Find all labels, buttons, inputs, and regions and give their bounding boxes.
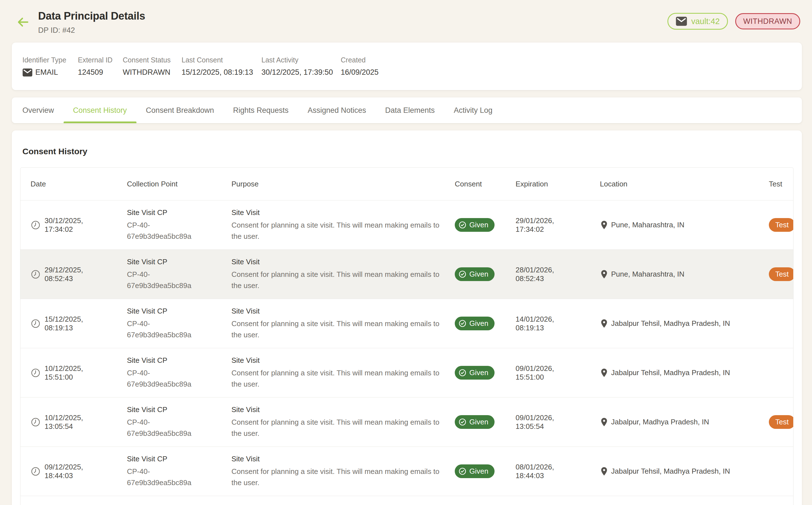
page-header: Data Principal Details DP ID: #42 vault:… bbox=[0, 0, 812, 35]
tab-assigned-notices[interactable]: Assigned Notices bbox=[298, 98, 376, 123]
table-header-row: Date Collection Point Purpose Consent Ex… bbox=[20, 168, 793, 200]
collection-point-name: Site Visit CP bbox=[127, 208, 231, 217]
page-title: Data Principal Details bbox=[38, 10, 145, 22]
tab-overview[interactable]: Overview bbox=[13, 98, 64, 123]
field-label: Last Activity bbox=[261, 56, 341, 64]
consent-badge-label: Given bbox=[469, 270, 488, 279]
purpose-name: Site Visit bbox=[231, 503, 444, 505]
clock-icon bbox=[30, 466, 41, 477]
clock-icon bbox=[30, 220, 41, 230]
location-text: Jabalpur Tehsil, Madhya Pradesh, IN bbox=[611, 368, 730, 377]
location-pin-icon bbox=[600, 220, 608, 230]
section-heading: Consent History bbox=[22, 147, 794, 156]
purpose-description: Consent for planning a site visit. This … bbox=[231, 367, 444, 390]
tab-consent-history[interactable]: Consent History bbox=[64, 98, 136, 123]
vault-badge[interactable]: vault:42 bbox=[668, 13, 728, 30]
date-cell: 30/12/2025, 17:34:02 bbox=[30, 216, 127, 234]
consent-cell: Given bbox=[455, 218, 515, 232]
location-pin-icon bbox=[600, 467, 608, 476]
location-text: Jabalpur Tehsil, Madhya Pradesh, IN bbox=[611, 319, 730, 328]
tab-consent-breakdown[interactable]: Consent Breakdown bbox=[136, 98, 224, 123]
table-row[interactable]: 15/12/2025, 08:19:13 Site Visit CP CP-40… bbox=[20, 299, 793, 348]
consent-badge-label: Given bbox=[469, 319, 488, 328]
clock-icon bbox=[30, 368, 41, 378]
location-cell: Jabalpur, Madhya Pradesh, IN bbox=[600, 417, 769, 427]
check-circle-icon bbox=[458, 418, 467, 426]
date-cell: 29/12/2025, 08:52:43 bbox=[30, 266, 127, 283]
consent-badge: Given bbox=[455, 415, 494, 429]
col-header-collection-point: Collection Point bbox=[127, 180, 231, 188]
field-value: 15/12/2025, 08:19:13 bbox=[182, 68, 261, 77]
tab-activity-log[interactable]: Activity Log bbox=[444, 98, 502, 123]
test-badge: Test bbox=[769, 415, 794, 429]
summary-field-last-activity: Last Activity 30/12/2025, 17:39:50 bbox=[261, 56, 341, 77]
table-row[interactable]: 09/12/2025, 18:44:03 Site Visit CP CP-40… bbox=[20, 447, 793, 496]
purpose-cell: Site Visit Consent for planning a site v… bbox=[231, 200, 455, 242]
date-cell: 10/12/2025, 13:05:54 bbox=[30, 413, 127, 431]
table-row[interactable]: 10/12/2025, 15:51:00 Site Visit CP CP-40… bbox=[20, 348, 793, 397]
collection-point-cell: Site Visit CP CP-40-67e9b3d9ea5bc89a bbox=[127, 447, 231, 488]
expiration-cell: 09/01/2026, 13:05:54 bbox=[515, 413, 600, 431]
back-arrow-button[interactable] bbox=[16, 15, 30, 30]
test-badge: Test bbox=[769, 218, 794, 232]
purpose-name: Site Visit bbox=[231, 306, 444, 316]
date-line-2: 13:05:54 bbox=[44, 422, 83, 431]
purpose-name: Site Visit bbox=[231, 355, 444, 365]
consent-badge-label: Given bbox=[469, 467, 488, 476]
summary-field-last-consent: Last Consent 15/12/2025, 08:19:13 bbox=[182, 56, 261, 77]
table-row[interactable]: 29/12/2025, 08:52:43 Site Visit CP CP-40… bbox=[20, 249, 793, 299]
tab-rights-requests[interactable]: Rights Requests bbox=[224, 98, 298, 123]
check-circle-icon bbox=[458, 319, 467, 328]
date-line-2: 15:51:00 bbox=[44, 373, 83, 381]
field-value: WITHDRAWN bbox=[123, 68, 182, 77]
collection-point-id: CP-40-67e9b3d9ea5bc89a bbox=[127, 219, 197, 242]
expiration-line-1: 08/01/2026, bbox=[515, 463, 600, 471]
table-body: 30/12/2025, 17:34:02 Site Visit CP CP-40… bbox=[20, 200, 793, 505]
date-line-2: 08:52:43 bbox=[44, 274, 83, 283]
date-line-1: 10/12/2025, bbox=[44, 364, 83, 373]
date-line-1: 30/12/2025, bbox=[44, 216, 83, 225]
collection-point-cell: Site Visit CP CP-40-67e9b3d9ea5bc89a bbox=[127, 200, 231, 242]
consent-badge: Given bbox=[455, 464, 494, 478]
tab-data-elements[interactable]: Data Elements bbox=[375, 98, 444, 123]
purpose-cell: Site Visit Consent for planning a site v… bbox=[231, 397, 455, 439]
table-row[interactable]: Site Visit CP Site Visit bbox=[20, 496, 793, 505]
purpose-name: Site Visit bbox=[231, 208, 444, 217]
purpose-description: Consent for planning a site visit. This … bbox=[231, 269, 444, 291]
summary-field-created: Created 16/09/2025 bbox=[341, 56, 378, 77]
summary-field-external-id: External ID 124509 bbox=[78, 56, 123, 77]
expiration-line-2: 15:51:00 bbox=[515, 373, 600, 381]
consent-cell: Given bbox=[455, 415, 515, 429]
consent-cell: Given bbox=[455, 366, 515, 380]
date-line-1: 09/12/2025, bbox=[44, 463, 83, 471]
table-row[interactable]: 30/12/2025, 17:34:02 Site Visit CP CP-40… bbox=[20, 200, 793, 249]
summary-card: Identifier Type EMAIL External ID 124509… bbox=[12, 42, 802, 90]
purpose-description: Consent for planning a site visit. This … bbox=[231, 318, 444, 340]
consent-badge-label: Given bbox=[469, 368, 488, 377]
vault-badge-label: vault:42 bbox=[691, 17, 720, 26]
consent-badge: Given bbox=[455, 218, 494, 232]
col-header-purpose: Purpose bbox=[231, 180, 455, 188]
purpose-description: Consent for planning a site visit. This … bbox=[231, 416, 444, 439]
location-text: Pune, Maharashtra, IN bbox=[611, 270, 685, 279]
purpose-cell: Site Visit Consent for planning a site v… bbox=[231, 250, 455, 291]
date-line-1: 10/12/2025, bbox=[44, 413, 83, 422]
expiration-line-1: 09/01/2026, bbox=[515, 364, 600, 373]
field-value: 30/12/2025, 17:39:50 bbox=[261, 68, 341, 77]
consent-badge: Given bbox=[455, 366, 494, 380]
date-line-2: 17:34:02 bbox=[44, 225, 83, 234]
col-header-date: Date bbox=[30, 180, 127, 188]
test-badge: Test bbox=[769, 267, 794, 281]
expiration-line-2: 18:44:03 bbox=[515, 471, 600, 480]
envelope-icon bbox=[22, 68, 32, 77]
consent-badge-label: Given bbox=[469, 418, 488, 426]
expiration-line-2: 17:34:02 bbox=[515, 225, 600, 234]
consent-badge: Given bbox=[455, 317, 494, 330]
expiration-cell: 29/01/2026, 17:34:02 bbox=[515, 216, 600, 234]
expiration-line-1: 09/01/2026, bbox=[515, 413, 600, 422]
table-row[interactable]: 10/12/2025, 13:05:54 Site Visit CP CP-40… bbox=[20, 397, 793, 447]
withdrawn-status-badge: WITHDRAWN bbox=[735, 13, 800, 29]
check-circle-icon bbox=[458, 467, 467, 476]
clock-icon bbox=[30, 319, 41, 329]
location-cell: Pune, Maharashtra, IN bbox=[600, 220, 769, 230]
